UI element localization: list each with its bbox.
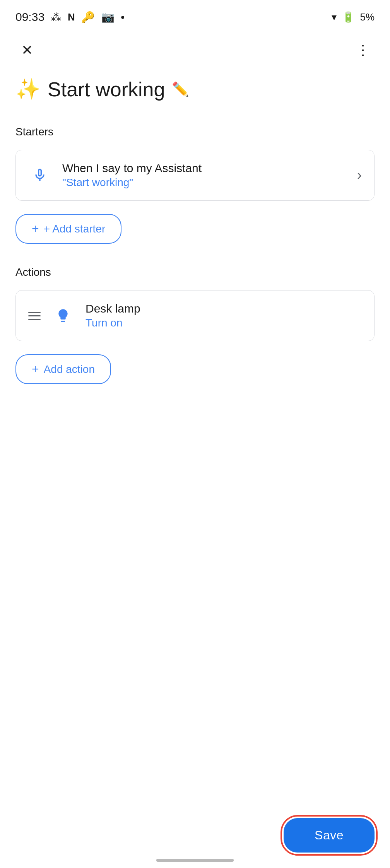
action-card-content: Desk lamp Turn on [86, 302, 362, 329]
action-card-subtitle: Turn on [86, 317, 362, 329]
add-starter-label: + Add starter [44, 223, 106, 235]
title-emoji: ✨ [15, 77, 41, 101]
grid-icon: ⁂ [51, 11, 62, 24]
dot-icon: ● [121, 13, 125, 21]
more-icon: ⋮ [356, 42, 370, 58]
top-nav: ✕ ⋮ [0, 31, 390, 70]
microphone-icon [28, 164, 51, 187]
add-starter-button[interactable]: + + Add starter [15, 214, 121, 244]
plus-icon: + [32, 222, 39, 236]
page-title-area: ✨ Start working ✏️ [0, 70, 390, 113]
close-button[interactable]: ✕ [15, 39, 39, 62]
starter-card-title: When I say to my Assistant [62, 162, 346, 175]
wifi-icon: ▾ [332, 11, 337, 23]
add-action-label: Add action [44, 363, 95, 376]
starters-section-label: Starters [0, 122, 390, 146]
add-action-button[interactable]: + Add action [15, 354, 111, 384]
starter-card-content: When I say to my Assistant "Start workin… [62, 162, 346, 189]
more-options-button[interactable]: ⋮ [351, 39, 375, 62]
status-bar-right: ▾ 🔋 5% [332, 11, 375, 23]
starter-card-subtitle: "Start working" [62, 176, 346, 189]
home-indicator [156, 859, 234, 862]
page-title: Start working [48, 78, 165, 101]
n-icon: N [68, 11, 75, 23]
add-action-plus-icon: + [32, 362, 39, 376]
save-button-ring [281, 815, 378, 856]
status-time: 09:33 [15, 10, 44, 24]
lamp-icon [51, 304, 75, 327]
instagram-icon: 📷 [101, 11, 115, 24]
save-button-wrapper: Save [284, 818, 375, 853]
starter-card[interactable]: When I say to my Assistant "Start workin… [15, 150, 375, 201]
status-bar: 09:33 ⁂ N 🔑 📷 ● ▾ 🔋 5% [0, 0, 390, 31]
battery-percent: 5% [360, 11, 375, 23]
starter-card-chevron-icon: › [357, 167, 362, 183]
edit-title-button[interactable]: ✏️ [172, 81, 189, 97]
battery-icon: 🔋 [342, 11, 354, 23]
key-icon: 🔑 [81, 11, 95, 24]
action-card-title: Desk lamp [86, 302, 362, 315]
drag-handle[interactable] [28, 312, 41, 320]
actions-section-label: Actions [0, 262, 390, 286]
action-card[interactable]: Desk lamp Turn on [15, 290, 375, 341]
status-bar-left: 09:33 ⁂ N 🔑 📷 ● [15, 10, 125, 24]
close-icon: ✕ [21, 42, 33, 58]
